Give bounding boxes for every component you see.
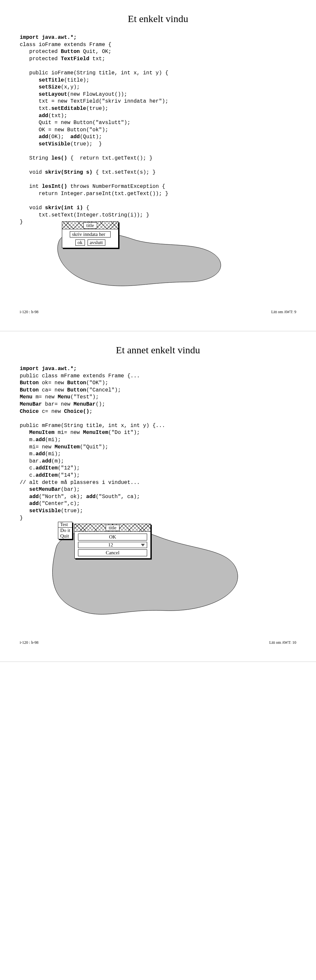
- page-footer: i-120 : h-98 Litt om AWT: 9: [20, 310, 296, 315]
- choice-value: 12: [80, 542, 141, 548]
- footer-left: i-120 : h-98: [20, 310, 38, 315]
- menu-item-doit[interactable]: Do it: [58, 528, 72, 533]
- code-block-2: import java.awt.*; public class mFrame e…: [20, 366, 296, 522]
- window-titlebar: title: [62, 222, 118, 229]
- page-title-2: Et annet enkelt vindu: [20, 344, 296, 356]
- window-titlebar-2: title: [75, 524, 150, 531]
- text-field[interactable]: skriv inndata her: [70, 231, 110, 237]
- code-block-1: import java.awt.*; class ioFrame extends…: [20, 34, 296, 226]
- ok-button[interactable]: ok: [75, 240, 85, 246]
- window-illustration-2: Test Do it Quit title OK 12: [40, 522, 296, 620]
- mframe-window: title OK 12 Cancel: [74, 524, 151, 558]
- page-footer-2: i-120 : h-98 Litt om AWT: 10: [20, 640, 296, 645]
- simple-window: title skriv inndata her ok avslutt: [62, 221, 118, 248]
- chevron-down-icon: [141, 544, 145, 546]
- footer-right-2: Litt om AWT: 10: [269, 640, 296, 645]
- footer-right: Litt om AWT: 9: [271, 310, 296, 315]
- page-1: Et enkelt vindu import java.awt.*; class…: [0, 0, 316, 331]
- choice-select[interactable]: 12: [78, 542, 147, 548]
- dropdown-menu: Test Do it Quit: [58, 522, 72, 539]
- avslutt-button[interactable]: avslutt: [88, 240, 105, 246]
- footer-left-2: i-120 : h-98: [20, 640, 38, 645]
- north-button[interactable]: OK: [78, 534, 147, 541]
- window-title: title: [83, 223, 97, 229]
- page-2: Et annet enkelt vindu import java.awt.*;…: [0, 331, 316, 662]
- window-title-2: title: [106, 525, 119, 531]
- page-title: Et enkelt vindu: [20, 13, 296, 24]
- south-button[interactable]: Cancel: [78, 549, 147, 556]
- window-illustration-1: title skriv inndata her ok avslutt: [46, 224, 296, 290]
- menu-head[interactable]: Test: [58, 522, 72, 528]
- menu-item-quit[interactable]: Quit: [58, 533, 72, 539]
